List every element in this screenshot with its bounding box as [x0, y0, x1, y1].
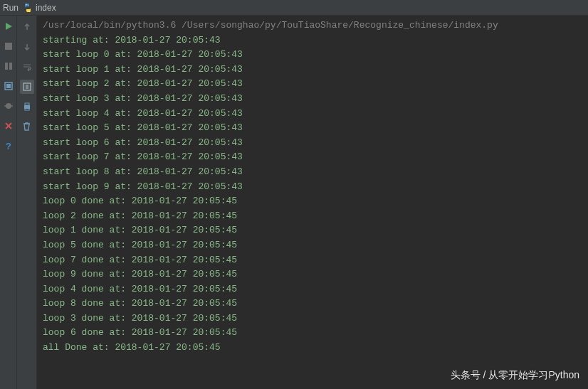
attach-debugger-button[interactable] [2, 100, 15, 112]
soft-wrap-button[interactable] [20, 60, 34, 74]
svg-point-1 [28, 10, 29, 11]
console-line: loop 4 done at: 2018-01-27 20:05:45 [43, 282, 582, 297]
rerun-button[interactable] [2, 20, 15, 33]
console-line: start loop 1 at: 2018-01-27 20:05:43 [43, 63, 582, 78]
console-line: loop 7 done at: 2018-01-27 20:05:45 [43, 253, 582, 268]
run-secondary-toolbar [17, 16, 37, 389]
dump-threads-button[interactable] [2, 80, 15, 92]
console-line: all Done at: 2018-01-27 20:05:45 [43, 341, 582, 356]
console-line: loop 3 done at: 2018-01-27 20:05:45 [43, 311, 582, 326]
console-line: start loop 5 at: 2018-01-27 20:05:43 [43, 121, 582, 136]
console-line: start loop 3 at: 2018-01-27 20:05:43 [43, 92, 582, 107]
stop-button[interactable] [2, 40, 15, 53]
console-line: start loop 8 at: 2018-01-27 20:05:43 [43, 165, 582, 180]
console-line: loop 6 done at: 2018-01-27 20:05:45 [43, 326, 582, 341]
svg-rect-6 [6, 84, 11, 88]
clear-all-button[interactable] [20, 119, 34, 134]
close-button[interactable] [2, 119, 15, 132]
run-label: Run [3, 3, 23, 13]
python-file-icon [23, 3, 33, 13]
help-button[interactable]: ? [2, 139, 15, 152]
console-line: starting at: 2018-01-27 20:05:43 [43, 33, 582, 48]
console-line: start loop 0 at: 2018-01-27 20:05:43 [43, 48, 582, 63]
watermark-text: 头条号 / 从零开始学习Python [451, 369, 579, 382]
console-output[interactable]: /usr/local/bin/python3.6 /Users/songhao/… [37, 16, 588, 389]
console-line: loop 9 done at: 2018-01-27 20:05:45 [43, 267, 582, 282]
svg-rect-2 [5, 43, 12, 50]
up-stack-button[interactable] [20, 20, 34, 34]
console-line: start loop 2 at: 2018-01-27 20:05:43 [43, 77, 582, 92]
console-line: loop 0 done at: 2018-01-27 20:05:45 [43, 194, 582, 209]
pause-button[interactable] [2, 60, 15, 73]
svg-text:?: ? [6, 142, 11, 151]
console-line: loop 2 done at: 2018-01-27 20:05:45 [43, 209, 582, 224]
run-left-toolbar: ? [0, 16, 17, 389]
run-tab-bar: Run index [0, 0, 588, 16]
console-line: loop 5 done at: 2018-01-27 20:05:45 [43, 238, 582, 253]
console-command-line: /usr/local/bin/python3.6 /Users/songhao/… [43, 18, 582, 33]
svg-rect-4 [9, 63, 12, 70]
run-config-name[interactable]: index [36, 3, 56, 13]
main-area: ? /usr/local/bin/python3.6 /Users/songha… [0, 16, 588, 389]
down-stack-button[interactable] [20, 40, 34, 54]
svg-point-0 [26, 4, 26, 4]
svg-point-7 [6, 103, 11, 109]
svg-rect-15 [25, 103, 29, 105]
console-line: start loop 9 at: 2018-01-27 20:05:43 [43, 180, 582, 195]
scroll-to-end-button[interactable] [20, 80, 34, 94]
console-line: start loop 7 at: 2018-01-27 20:05:43 [43, 150, 582, 165]
console-line: loop 8 done at: 2018-01-27 20:05:45 [43, 297, 582, 311]
console-line: loop 1 done at: 2018-01-27 20:05:45 [43, 223, 582, 238]
console-line: start loop 4 at: 2018-01-27 20:05:43 [43, 107, 582, 122]
svg-rect-3 [5, 63, 8, 70]
print-button[interactable] [20, 100, 34, 114]
console-line: start loop 6 at: 2018-01-27 20:05:43 [43, 136, 582, 151]
